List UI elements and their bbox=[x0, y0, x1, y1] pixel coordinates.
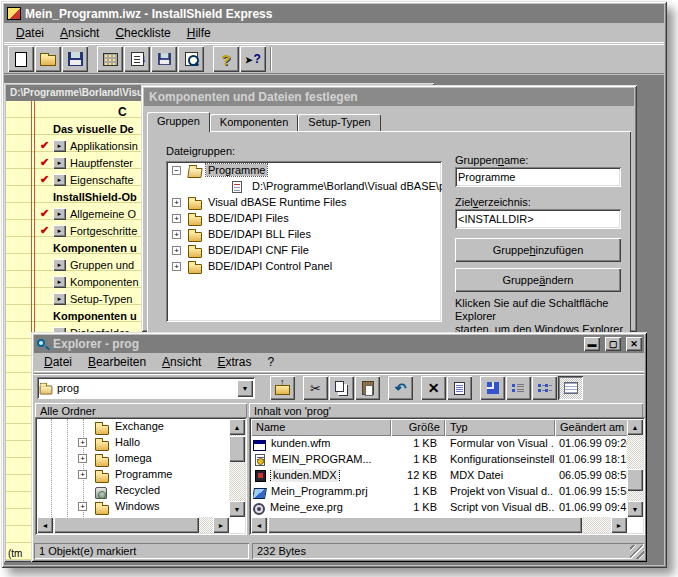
checklist-go-button[interactable]: ► bbox=[53, 276, 66, 288]
tree-item-label[interactable]: Programme bbox=[206, 164, 267, 176]
delete-button[interactable]: ✕ bbox=[421, 376, 446, 400]
add-group-button[interactable]: Gruppe hinzufügen bbox=[455, 238, 621, 262]
expander-plus-icon[interactable]: + bbox=[172, 230, 181, 239]
tree-row[interactable]: Exchange bbox=[37, 419, 229, 435]
new-document-button[interactable] bbox=[8, 46, 34, 72]
scroll-down-button[interactable]: ▼ bbox=[229, 501, 245, 517]
checklist-go-button[interactable]: ► bbox=[53, 208, 66, 220]
file-name[interactable]: MEIN_PROGRAM... bbox=[270, 453, 374, 466]
menu-item-datei[interactable]: Datei bbox=[8, 24, 52, 42]
file-groups-tree[interactable]: −ProgrammeD:\Programme\Borland\Visual dB… bbox=[166, 161, 442, 322]
file-order-button[interactable] bbox=[124, 46, 150, 72]
tree-item-label[interactable]: BDE/IDAPI Files bbox=[206, 212, 291, 224]
checklist-item-label[interactable]: Setup-Typen bbox=[70, 293, 132, 305]
menu-item-bearbeiten[interactable]: Bearbeiten bbox=[80, 353, 154, 371]
file-row[interactable]: Meine_exe.prg1 KBScript von Visual dB...… bbox=[251, 500, 627, 516]
address-combo[interactable]: prog ▼ bbox=[37, 377, 255, 399]
tree-row[interactable]: +BDE/IDAPI Files bbox=[166, 211, 442, 227]
tree-row[interactable]: D:\Programme\Borland\Visual dBASE\prog\ bbox=[166, 179, 442, 195]
context-help-button[interactable]: ? bbox=[240, 46, 266, 72]
menu-item-datei[interactable]: Datei bbox=[36, 353, 80, 371]
expander-plus-icon[interactable]: + bbox=[172, 198, 181, 207]
file-row[interactable]: Mein_Programm.prj1 KBProjekt von Visual … bbox=[251, 484, 627, 500]
file-name-cell[interactable]: MEIN_PROGRAM... bbox=[253, 453, 389, 466]
checklist-item-label[interactable]: Fortgeschritte bbox=[70, 225, 137, 237]
target-dir-input[interactable] bbox=[455, 209, 621, 229]
tab-gruppen[interactable]: Gruppen bbox=[147, 112, 210, 132]
minimize-button[interactable]: ▬ bbox=[584, 337, 600, 351]
tree-row[interactable]: +Programme bbox=[37, 467, 229, 483]
paste-button[interactable] bbox=[355, 376, 380, 400]
tree-row[interactable]: +BDE/IDAPI CNF File bbox=[166, 243, 442, 259]
properties-button[interactable] bbox=[447, 376, 472, 400]
resize-grip[interactable] bbox=[630, 545, 644, 559]
menu-item-hilfe[interactable]: Hilfe bbox=[179, 24, 219, 42]
scrollbar-thumb[interactable] bbox=[268, 517, 582, 533]
folder-tree[interactable]: Exchange+Hallo+Iomega+ProgrammeRecycled+… bbox=[37, 419, 229, 517]
checklist-item-label[interactable]: Komponenten bbox=[70, 276, 139, 288]
tree-row[interactable]: +Iomega bbox=[37, 451, 229, 467]
file-row[interactable]: MEIN_PROGRAM...1 KBKonfigurationseinstel… bbox=[251, 452, 627, 468]
tree-item-label[interactable]: BDE/IDAPI Control Panel bbox=[206, 260, 334, 272]
tree-item-label[interactable]: BDE/IDAPI BLL Files bbox=[206, 228, 313, 240]
column-header-name[interactable]: Name bbox=[251, 419, 391, 436]
file-name-cell[interactable]: Meine_exe.prg bbox=[253, 501, 389, 515]
scrollbar-thumb[interactable] bbox=[627, 469, 643, 491]
checklist-go-button[interactable]: ► bbox=[53, 225, 66, 237]
expander-plus-icon[interactable]: + bbox=[172, 214, 181, 223]
tree-row[interactable]: +BDE/IDAPI Control Panel bbox=[166, 259, 442, 275]
expander-plus-icon[interactable]: + bbox=[78, 454, 87, 463]
scroll-right-button[interactable]: ► bbox=[611, 517, 627, 533]
checklist-item-label[interactable]: Hauptfenster bbox=[70, 157, 133, 169]
save-button[interactable] bbox=[62, 46, 88, 72]
details-view-button[interactable] bbox=[558, 376, 583, 400]
close-button[interactable]: ✕ bbox=[626, 337, 642, 351]
file-name-cell[interactable]: Mein_Programm.prj bbox=[253, 485, 389, 499]
tree-row[interactable]: +Visual dBASE Runtime Files bbox=[166, 195, 442, 211]
tree-row[interactable]: +Windows bbox=[37, 499, 229, 515]
file-name[interactable]: Mein_Programm.prj bbox=[269, 485, 370, 499]
column-header-typ[interactable]: Typ bbox=[445, 419, 555, 436]
scrollbar-thumb[interactable] bbox=[229, 436, 245, 462]
scrollbar-thumb[interactable] bbox=[54, 517, 199, 533]
tree-item-label[interactable]: Visual dBASE Runtime Files bbox=[206, 196, 349, 208]
disk-image-button[interactable] bbox=[151, 46, 177, 72]
expander-plus-icon[interactable]: + bbox=[78, 438, 87, 447]
scroll-up-button[interactable]: ▲ bbox=[229, 419, 245, 435]
scroll-right-button[interactable]: ► bbox=[213, 517, 229, 533]
checklist-item-label[interactable]: Applikationsin bbox=[70, 140, 138, 152]
file-name[interactable]: Meine_exe.prg bbox=[268, 501, 345, 515]
list-horizontal-scrollbar[interactable]: ◄ ► bbox=[251, 517, 627, 533]
tree-row[interactable]: −Programme bbox=[166, 163, 442, 179]
open-project-button[interactable] bbox=[35, 46, 61, 72]
tree-row[interactable]: Recycled bbox=[37, 483, 229, 499]
test-run-button[interactable] bbox=[178, 46, 204, 72]
checklist-item-label[interactable]: Allgemeine O bbox=[70, 208, 136, 220]
file-name[interactable]: kunden.MDX bbox=[271, 469, 339, 482]
group-name-input[interactable] bbox=[455, 167, 621, 187]
file-row[interactable]: kunden.wfm1 KBFormular von Visual ...01.… bbox=[251, 436, 627, 452]
column-header-gendertam[interactable]: Geändert am bbox=[555, 419, 631, 436]
menu-item-checkliste[interactable]: Checkliste bbox=[107, 24, 178, 42]
address-dropdown-button[interactable]: ▼ bbox=[237, 380, 253, 397]
scroll-down-button[interactable]: ▼ bbox=[627, 501, 643, 517]
copy-button[interactable] bbox=[329, 376, 354, 400]
tab-setup-typen[interactable]: Setup-Typen bbox=[298, 114, 380, 132]
scroll-up-button[interactable]: ▲ bbox=[627, 419, 643, 435]
column-header-gre[interactable]: Größe bbox=[391, 419, 445, 436]
tree-item-label[interactable]: D:\Programme\Borland\Visual dBASE\prog\ bbox=[250, 180, 442, 192]
cut-button[interactable]: ✂ bbox=[303, 376, 328, 400]
expander-plus-icon[interactable]: + bbox=[172, 246, 181, 255]
checklist-go-button[interactable]: ► bbox=[53, 174, 66, 186]
tree-row[interactable]: +BDE/IDAPI BLL Files bbox=[166, 227, 442, 243]
scroll-left-button[interactable]: ◄ bbox=[251, 517, 267, 533]
tree-item-label[interactable]: Programme bbox=[115, 468, 172, 480]
change-group-button[interactable]: Gruppe ändern bbox=[455, 268, 621, 292]
expander-minus-icon[interactable]: − bbox=[172, 166, 181, 175]
tree-item-label[interactable]: Recycled bbox=[115, 484, 160, 496]
help-button[interactable]: ? bbox=[213, 46, 239, 72]
checklist-go-button[interactable]: ► bbox=[53, 293, 66, 305]
tree-item-label[interactable]: Exchange bbox=[115, 420, 164, 432]
checklist-go-button[interactable]: ► bbox=[53, 259, 66, 271]
list-vertical-scrollbar[interactable]: ▲ ▼ bbox=[627, 419, 643, 517]
